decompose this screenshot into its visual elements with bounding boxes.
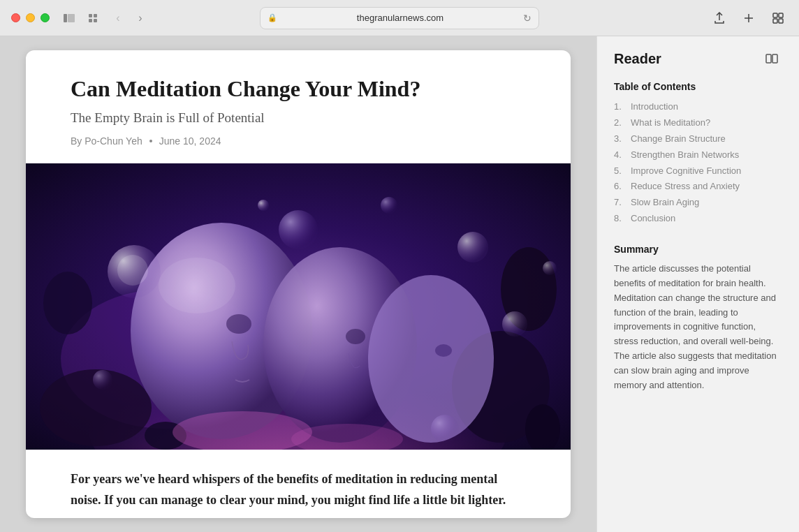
toc-number: 6. [614,181,628,191]
nav-buttons: ‹ › [108,8,150,28]
svg-point-26 [117,255,148,286]
url-text: thegranularnews.com [281,13,519,23]
svg-rect-9 [779,13,783,17]
reader-sidebar: Reader Table of Contents 1.Introduction2… [596,36,799,532]
maximize-button[interactable] [41,13,50,22]
main-area: Can Meditation Change Your Mind? The Emp… [0,36,799,532]
close-button[interactable] [11,13,20,22]
toc-number: 2. [614,117,628,128]
article-body-text: For years we've heard whispers of the be… [71,469,526,510]
svg-rect-11 [779,19,783,23]
toc-item[interactable]: 2.What is Meditation? [614,115,782,131]
svg-point-33 [431,415,459,443]
toc-label: Change Brain Structure [631,133,726,145]
svg-rect-10 [773,19,777,23]
toolbar-right [710,8,788,28]
svg-point-18 [43,272,92,334]
address-bar[interactable]: 🔒 thegranularnews.com ↻ [260,7,539,29]
toc-label: Slow Brain Aging [631,197,699,209]
traffic-lights [11,13,50,22]
reader-header: Reader [614,50,782,67]
svg-point-30 [502,311,527,337]
forward-button[interactable]: › [131,8,150,28]
svg-point-28 [457,232,488,263]
tab-overview-button[interactable] [83,10,103,26]
svg-point-29 [381,197,397,214]
svg-point-37 [159,258,235,313]
toc-item[interactable]: 8.Conclusion [614,211,782,227]
toc-number: 4. [614,149,628,160]
svg-rect-0 [64,14,67,22]
reload-button[interactable]: ↻ [523,13,532,24]
lock-icon: 🔒 [267,13,277,22]
back-button[interactable]: ‹ [108,8,128,28]
article-body: For years we've heard whispers of the be… [26,450,571,518]
article-container: Can Meditation Change Your Mind? The Emp… [0,36,596,532]
toc-label: Introduction [631,101,678,113]
svg-point-32 [258,200,269,211]
toc-item[interactable]: 1.Introduction [614,99,782,115]
summary-heading: Summary [614,244,782,255]
toc-number: 7. [614,197,628,207]
svg-rect-41 [772,54,777,63]
toc-number: 5. [614,165,628,176]
svg-point-31 [93,370,112,390]
toc-number: 3. [614,133,628,144]
toc-label: Strengthen Brain Networks [631,149,739,161]
svg-rect-8 [773,13,777,17]
article-title: Can Meditation Change Your Mind? [71,75,526,102]
svg-point-23 [368,275,494,443]
share-button[interactable] [710,8,729,28]
svg-rect-3 [94,14,97,17]
sidebar-toggle-button[interactable] [59,10,79,26]
toc-number: 1. [614,101,628,112]
article-body-bold: For years we've heard whispers of the be… [71,472,497,486]
article-card: Can Meditation Change Your Mind? The Emp… [26,50,571,518]
toc-label: Conclusion [631,213,675,225]
reader-title: Reader [614,51,661,67]
toc-label: Improve Cognitive Function [631,165,741,177]
toc-item[interactable]: 5.Improve Cognitive Function [614,163,782,179]
tab-management-button[interactable] [768,8,788,28]
svg-point-22 [346,329,365,344]
article-author: By Po-Chun Yeh [71,135,142,147]
svg-point-20 [226,314,251,334]
toc-item[interactable]: 6.Reduce Stress and Anxiety [614,179,782,195]
new-tab-button[interactable] [739,8,758,28]
svg-rect-4 [89,19,92,22]
title-bar: ‹ › 🔒 thegranularnews.com ↻ [0,0,799,36]
meta-separator [149,140,152,142]
svg-rect-2 [89,14,92,17]
svg-rect-40 [766,54,771,63]
minimize-button[interactable] [26,13,35,22]
article-subtitle: The Empty Brain is Full of Potential [71,110,526,126]
toc-item[interactable]: 4.Strengthen Brain Networks [614,147,782,163]
article-image [26,163,571,450]
toc-item[interactable]: 7.Slow Brain Aging [614,195,782,211]
svg-point-34 [543,261,557,275]
svg-rect-5 [94,19,97,22]
toc-heading: Table of Contents [614,81,782,92]
toc-number: 8. [614,213,628,223]
address-bar-container: 🔒 thegranularnews.com ↻ [260,7,539,29]
reader-layout-button[interactable] [761,50,782,67]
svg-point-27 [279,210,318,249]
tab-controls [59,10,103,26]
article-body-bold2: noise. If you can manage to clear your m… [71,493,506,507]
toc-list: 1.Introduction2.What is Meditation?3.Cha… [614,99,782,227]
toc-label: What is Meditation? [631,117,710,129]
toc-item[interactable]: 3.Change Brain Structure [614,131,782,147]
toc-label: Reduce Stress and Anxiety [631,181,740,193]
svg-rect-1 [68,14,75,22]
summary-text: The article discusses the potential bene… [614,262,782,392]
article-header: Can Meditation Change Your Mind? The Emp… [26,50,571,163]
article-meta: By Po-Chun Yeh June 10, 2024 [71,135,526,147]
article-date: June 10, 2024 [159,135,221,147]
svg-point-24 [435,344,452,357]
